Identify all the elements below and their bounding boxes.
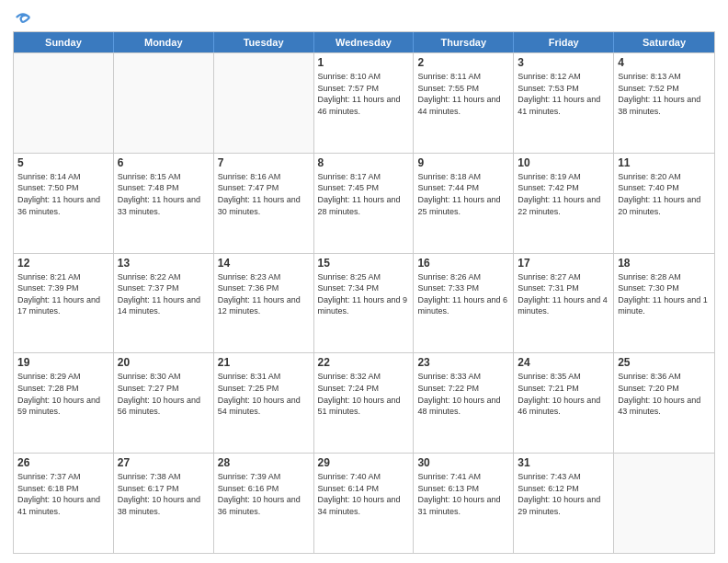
cell-info: Sunrise: 7:43 AM Sunset: 6:12 PM Dayligh… [518,471,609,517]
cell-info: Sunrise: 8:12 AM Sunset: 7:53 PM Dayligh… [518,71,609,117]
cell-info: Sunrise: 8:13 AM Sunset: 7:52 PM Dayligh… [618,71,711,117]
header-cell-thursday: Thursday [414,32,514,52]
day-number: 24 [518,356,609,369]
day-number: 21 [218,356,310,369]
calendar-cell: 17Sunrise: 8:27 AM Sunset: 7:31 PM Dayli… [514,254,614,353]
header-cell-saturday: Saturday [614,32,714,52]
cell-info: Sunrise: 8:11 AM Sunset: 7:55 PM Dayligh… [417,71,509,117]
calendar-row: 26Sunrise: 7:37 AM Sunset: 6:18 PM Dayli… [14,453,714,553]
calendar-cell: 2Sunrise: 8:11 AM Sunset: 7:55 PM Daylig… [414,53,514,153]
calendar-header: SundayMondayTuesdayWednesdayThursdayFrid… [14,32,714,52]
day-number: 25 [618,356,711,369]
cell-info: Sunrise: 8:15 AM Sunset: 7:48 PM Dayligh… [118,171,210,217]
calendar-row: 12Sunrise: 8:21 AM Sunset: 7:39 PM Dayli… [14,253,714,353]
calendar-row: 19Sunrise: 8:29 AM Sunset: 7:28 PM Dayli… [14,352,714,453]
cell-info: Sunrise: 8:14 AM Sunset: 7:50 PM Dayligh… [17,171,109,217]
cell-info: Sunrise: 8:29 AM Sunset: 7:28 PM Dayligh… [17,371,109,417]
day-number: 30 [417,456,509,469]
day-number: 1 [318,56,410,69]
cell-info: Sunrise: 7:38 AM Sunset: 6:17 PM Dayligh… [118,471,210,517]
calendar-cell: 25Sunrise: 8:36 AM Sunset: 7:20 PM Dayli… [614,353,714,453]
cell-info: Sunrise: 8:30 AM Sunset: 7:27 PM Dayligh… [118,371,210,417]
logo-icon [15,9,31,26]
day-number: 2 [417,56,509,69]
calendar-row: 1Sunrise: 8:10 AM Sunset: 7:57 PM Daylig… [14,52,714,153]
calendar-cell [14,53,114,153]
calendar-cell: 27Sunrise: 7:38 AM Sunset: 6:17 PM Dayli… [114,454,214,553]
calendar-cell: 26Sunrise: 7:37 AM Sunset: 6:18 PM Dayli… [14,454,114,553]
calendar-row: 5Sunrise: 8:14 AM Sunset: 7:50 PM Daylig… [14,153,714,253]
cell-info: Sunrise: 8:35 AM Sunset: 7:21 PM Dayligh… [518,371,609,417]
day-number: 8 [318,156,410,169]
cell-info: Sunrise: 8:31 AM Sunset: 7:25 PM Dayligh… [218,371,310,417]
calendar-cell: 9Sunrise: 8:18 AM Sunset: 7:44 PM Daylig… [414,154,514,253]
day-number: 5 [17,156,109,169]
cell-info: Sunrise: 8:25 AM Sunset: 7:34 PM Dayligh… [318,271,410,317]
cell-info: Sunrise: 7:39 AM Sunset: 6:16 PM Dayligh… [218,471,310,517]
header-cell-friday: Friday [514,32,614,52]
cell-info: Sunrise: 8:17 AM Sunset: 7:45 PM Dayligh… [318,171,410,217]
cell-info: Sunrise: 8:33 AM Sunset: 7:22 PM Dayligh… [417,371,509,417]
calendar-cell: 24Sunrise: 8:35 AM Sunset: 7:21 PM Dayli… [514,353,614,453]
calendar-cell: 3Sunrise: 8:12 AM Sunset: 7:53 PM Daylig… [514,53,614,153]
calendar-cell: 6Sunrise: 8:15 AM Sunset: 7:48 PM Daylig… [114,154,214,253]
header-cell-monday: Monday [114,32,214,52]
day-number: 16 [417,257,509,270]
day-number: 31 [518,456,609,469]
day-number: 6 [118,156,210,169]
day-number: 11 [618,156,711,169]
calendar-cell: 31Sunrise: 7:43 AM Sunset: 6:12 PM Dayli… [514,454,614,553]
cell-info: Sunrise: 8:18 AM Sunset: 7:44 PM Dayligh… [417,171,509,217]
calendar-cell: 30Sunrise: 7:41 AM Sunset: 6:13 PM Dayli… [414,454,514,553]
day-number: 23 [417,356,509,369]
day-number: 29 [318,456,410,469]
calendar-body: 1Sunrise: 8:10 AM Sunset: 7:57 PM Daylig… [14,52,714,553]
cell-info: Sunrise: 8:10 AM Sunset: 7:57 PM Dayligh… [318,71,410,117]
day-number: 7 [218,156,310,169]
logo [13,9,31,26]
day-number: 15 [318,257,410,270]
calendar-cell [214,53,314,153]
calendar-cell: 4Sunrise: 8:13 AM Sunset: 7:52 PM Daylig… [614,53,714,153]
calendar-cell: 14Sunrise: 8:23 AM Sunset: 7:36 PM Dayli… [214,254,314,353]
calendar-cell: 1Sunrise: 8:10 AM Sunset: 7:57 PM Daylig… [314,53,415,153]
calendar-cell: 12Sunrise: 8:21 AM Sunset: 7:39 PM Dayli… [14,254,114,353]
cell-info: Sunrise: 8:23 AM Sunset: 7:36 PM Dayligh… [218,271,310,317]
calendar-cell [614,454,714,553]
calendar-cell: 19Sunrise: 8:29 AM Sunset: 7:28 PM Dayli… [14,353,114,453]
day-number: 9 [417,156,509,169]
cell-info: Sunrise: 7:40 AM Sunset: 6:14 PM Dayligh… [318,471,410,517]
page: SundayMondayTuesdayWednesdayThursdayFrid… [0,0,728,563]
day-number: 3 [518,56,609,69]
header-cell-sunday: Sunday [14,32,114,52]
cell-info: Sunrise: 8:32 AM Sunset: 7:24 PM Dayligh… [318,371,410,417]
calendar-cell: 23Sunrise: 8:33 AM Sunset: 7:22 PM Dayli… [414,353,514,453]
day-number: 18 [618,257,711,270]
day-number: 26 [17,456,109,469]
day-number: 12 [17,257,109,270]
day-number: 19 [17,356,109,369]
cell-info: Sunrise: 7:41 AM Sunset: 6:13 PM Dayligh… [417,471,509,517]
cell-info: Sunrise: 8:22 AM Sunset: 7:37 PM Dayligh… [118,271,210,317]
calendar-cell: 16Sunrise: 8:26 AM Sunset: 7:33 PM Dayli… [414,254,514,353]
calendar-cell: 15Sunrise: 8:25 AM Sunset: 7:34 PM Dayli… [314,254,415,353]
calendar-cell: 8Sunrise: 8:17 AM Sunset: 7:45 PM Daylig… [314,154,415,253]
calendar-cell: 7Sunrise: 8:16 AM Sunset: 7:47 PM Daylig… [214,154,314,253]
cell-info: Sunrise: 8:36 AM Sunset: 7:20 PM Dayligh… [618,371,711,417]
header-cell-tuesday: Tuesday [214,32,314,52]
cell-info: Sunrise: 8:26 AM Sunset: 7:33 PM Dayligh… [417,271,509,317]
cell-info: Sunrise: 8:28 AM Sunset: 7:30 PM Dayligh… [618,271,711,317]
calendar-cell: 22Sunrise: 8:32 AM Sunset: 7:24 PM Dayli… [314,353,415,453]
calendar-cell: 28Sunrise: 7:39 AM Sunset: 6:16 PM Dayli… [214,454,314,553]
header-cell-wednesday: Wednesday [314,32,415,52]
calendar-cell: 20Sunrise: 8:30 AM Sunset: 7:27 PM Dayli… [114,353,214,453]
calendar-cell: 29Sunrise: 7:40 AM Sunset: 6:14 PM Dayli… [314,454,415,553]
day-number: 27 [118,456,210,469]
calendar-cell: 21Sunrise: 8:31 AM Sunset: 7:25 PM Dayli… [214,353,314,453]
calendar-cell: 10Sunrise: 8:19 AM Sunset: 7:42 PM Dayli… [514,154,614,253]
cell-info: Sunrise: 8:19 AM Sunset: 7:42 PM Dayligh… [518,171,609,217]
day-number: 13 [118,257,210,270]
day-number: 10 [518,156,609,169]
calendar-cell: 13Sunrise: 8:22 AM Sunset: 7:37 PM Dayli… [114,254,214,353]
cell-info: Sunrise: 7:37 AM Sunset: 6:18 PM Dayligh… [17,471,109,517]
